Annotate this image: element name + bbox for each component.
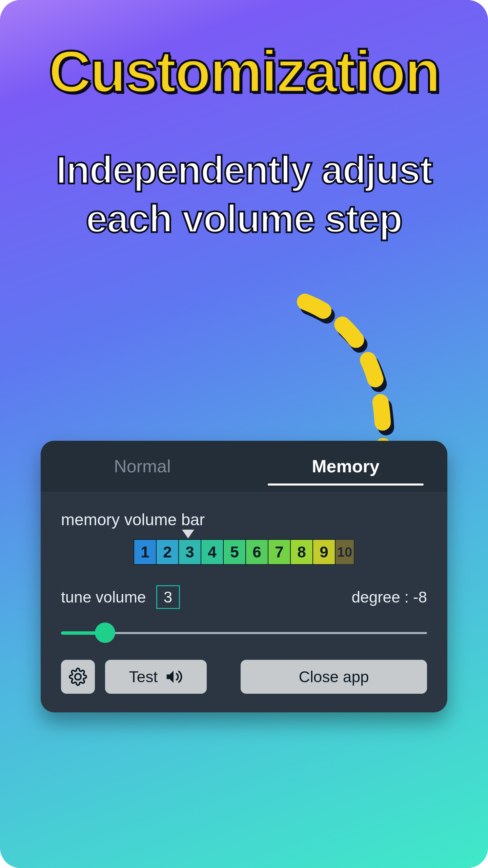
settings-panel: Normal Memory memory volume bar 12345678…	[41, 441, 447, 712]
settings-button[interactable]	[61, 660, 95, 694]
volume-step-3[interactable]: 3	[178, 539, 201, 565]
tab-bar: Normal Memory	[41, 441, 447, 492]
selected-step-marker-icon	[182, 530, 194, 538]
page-subtitle: Independently adjust each volume step	[0, 146, 488, 243]
volume-step-9[interactable]: 9	[312, 539, 336, 565]
volume-step-6[interactable]: 6	[245, 539, 268, 565]
tab-memory[interactable]: Memory	[244, 441, 447, 492]
volume-slider[interactable]	[61, 623, 427, 643]
test-button[interactable]: Test	[105, 660, 207, 694]
test-button-label: Test	[129, 668, 158, 686]
volume-step-5[interactable]: 5	[223, 539, 246, 565]
degree-label: degree : -8	[352, 588, 427, 606]
speaker-icon	[164, 668, 183, 686]
tune-volume-value: 3	[156, 585, 180, 609]
gear-icon	[69, 668, 87, 686]
section-label: memory volume bar	[61, 510, 427, 529]
tab-normal[interactable]: Normal	[41, 441, 244, 492]
volume-step-4[interactable]: 4	[201, 539, 224, 565]
page-title: Customization	[0, 37, 488, 105]
volume-step-8[interactable]: 8	[290, 539, 313, 565]
close-app-button[interactable]: Close app	[241, 660, 427, 694]
volume-step-7[interactable]: 7	[268, 539, 291, 565]
volume-step-bar: 12345678910	[61, 539, 427, 565]
tune-volume-label: tune volume	[61, 588, 146, 606]
volume-step-1[interactable]: 1	[134, 539, 157, 565]
volume-step-2[interactable]: 2	[156, 539, 179, 565]
close-app-label: Close app	[299, 668, 369, 686]
volume-step-10[interactable]: 10	[335, 539, 354, 565]
